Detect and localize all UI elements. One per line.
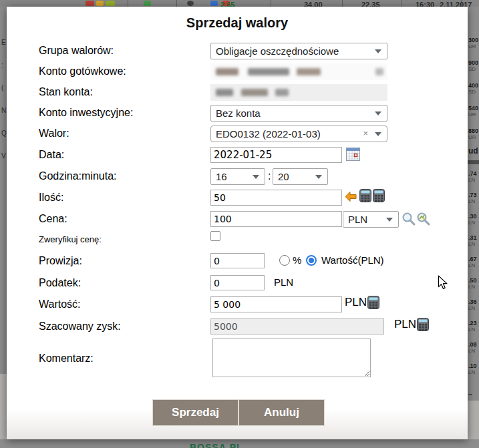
label-podatek: Podatek: [39, 277, 81, 289]
toolbar-icon [86, 1, 94, 6]
background-left-light-patch [0, 374, 7, 439]
walor-selected-value: EDO0132 (2022-01-03) [216, 128, 321, 140]
szacowany-currency-label: PLN [394, 318, 416, 331]
bg-letter-fragment: V [1, 152, 6, 160]
ilosc-input[interactable] [210, 190, 342, 206]
background-toolbar-strip: 2.65 34.00 22.35 16:30 2.11.2017 [0, 0, 479, 7]
chevron-down-icon [375, 111, 381, 116]
szacowany-zysk-input [210, 318, 384, 334]
bg-letter-fragment: Q [1, 130, 7, 137]
bg-table-header-fragment [468, 160, 479, 164]
bg-quote-fragment: .30LN [468, 214, 478, 226]
label-szacowany-zysk: Szacowany zysk: [39, 320, 121, 332]
prowizja-percent-radio[interactable] [279, 255, 290, 266]
label-prowizja: Prowizja: [39, 255, 82, 267]
anuluj-button[interactable]: Anuluj [238, 399, 325, 426]
toolbar-separator [128, 0, 128, 7]
label-komentarz: Komentarz: [39, 353, 94, 365]
data-input[interactable] [210, 147, 342, 163]
quote-value: 22.35 [361, 1, 380, 7]
insert-arrow-icon[interactable] [345, 191, 357, 202]
label-cena: Cena: [39, 213, 67, 225]
bg-letter-fragment: : [1, 61, 3, 69]
bg-quote-fragment: 400SD [468, 83, 478, 95]
toolbar-separator [176, 0, 177, 7]
toolbar-separator [271, 0, 271, 7]
price-lookup-icon[interactable] [402, 212, 416, 226]
bg-quote-fragment: .08LN [468, 342, 478, 354]
wartosc-input[interactable] [210, 296, 342, 312]
konto-inwestycyjne-select[interactable]: Bez konta [210, 105, 387, 122]
calculator-icon[interactable] [417, 318, 429, 331]
quote-time: 16:30 [416, 1, 434, 7]
konto-inwestycyjne-selected-value: Bez konta [216, 107, 261, 119]
bg-letter-fragment: E [1, 39, 6, 46]
bg-quote-fragment: .74LN [468, 171, 478, 183]
calendar-icon[interactable] [346, 148, 360, 161]
bg-quote-fragment: .73LN [468, 192, 478, 204]
walor-select[interactable]: EDO0132 (2022-01-03) × [210, 126, 387, 142]
chevron-down-icon [375, 49, 381, 53]
stan-konta-field-redacted [210, 84, 387, 101]
bg-quote-fragment: .31LN [468, 235, 478, 247]
toolbar-icon [96, 1, 104, 6]
komentarz-textarea[interactable] [212, 339, 371, 377]
quote-date: 2.11.2017 [440, 1, 472, 7]
bg-heading-fragment: ud [468, 148, 478, 154]
label-wartosc: Wartość: [39, 298, 81, 310]
calculator-icon[interactable] [373, 189, 385, 202]
anuluj-button-label: Anuluj [264, 406, 299, 419]
currency-selected-value: PLN [348, 214, 367, 225]
calculator-icon[interactable] [359, 189, 371, 202]
quote-value: 2.65 [220, 1, 234, 7]
bossa-logo: BOSSA.PL [190, 442, 243, 448]
bg-quote-fragment: .23LN [468, 320, 478, 332]
chevron-down-icon [386, 218, 393, 222]
quote-value: 34.00 [304, 1, 323, 7]
prowizja-input[interactable] [210, 253, 265, 268]
toolbar-icon [106, 1, 115, 6]
podatek-currency-label: PLN [274, 276, 293, 288]
bg-quote-fragment: .67LN [468, 256, 478, 268]
prowizja-value-radio[interactable] [306, 255, 317, 266]
label-grupa-walorow: Grupa walorów: [39, 45, 114, 57]
toolbar-separator [342, 0, 343, 7]
podatek-input[interactable] [210, 275, 265, 290]
label-zweryfikuj-cene: Zweryfikuj cenę: [39, 234, 102, 244]
bg-quote-fragment: .36LN [468, 299, 478, 311]
bg-quote-fragment: -- [468, 391, 478, 397]
cena-currency-select[interactable]: PLN [343, 211, 399, 228]
hour-select[interactable]: 16 [210, 168, 265, 185]
bg-letter-fragment: ( [1, 84, 3, 91]
prowizja-percent-label: % [293, 254, 301, 266]
chart-lookup-icon[interactable] [416, 212, 431, 226]
search-icon [187, 1, 194, 6]
bg-quote-fragment: .10LN [468, 363, 478, 375]
chevron-down-icon [315, 175, 322, 179]
clear-selection-icon[interactable]: × [363, 129, 368, 138]
sprzedaj-button[interactable]: Sprzedaj [152, 399, 238, 426]
konto-gotowkowe-field-redacted[interactable] [210, 63, 387, 80]
grupa-walorow-selected-value: Obligacje oszczędnościowe [216, 45, 339, 57]
label-ilosc: Ilość: [39, 192, 63, 204]
bg-quote-fragment: 540UR [468, 105, 478, 118]
zweryfikuj-cene-checkbox[interactable] [210, 231, 220, 241]
bg-quote-fragment: 300UR [468, 37, 478, 49]
bg-quote-fragment: 900SD [468, 60, 478, 72]
label-konto-inwestycyjne: Konto inwestycyjne: [39, 107, 133, 119]
grupa-walorow-select[interactable]: Obligacje oszczędnościowe [210, 43, 387, 59]
toolbar-icon [210, 1, 218, 6]
hour-selected-value: 16 [216, 171, 227, 182]
wartosc-currency-label: PLN [345, 296, 367, 309]
time-separator: : [268, 170, 271, 182]
bg-quote-fragment: 880UR [468, 128, 478, 140]
dialog-title: Sprzedaj walory [7, 15, 468, 31]
label-data: Data: [39, 149, 64, 161]
background-right-light-patch [468, 401, 479, 439]
label-stan-konta: Stan konta: [39, 86, 93, 98]
cena-input[interactable] [210, 211, 342, 227]
label-godzina-minuta: Godzina:minuta: [39, 170, 117, 182]
calculator-icon[interactable] [367, 296, 379, 309]
bg-quote-fragment: .50LN [468, 278, 478, 290]
minute-select[interactable]: 20 [273, 168, 328, 185]
